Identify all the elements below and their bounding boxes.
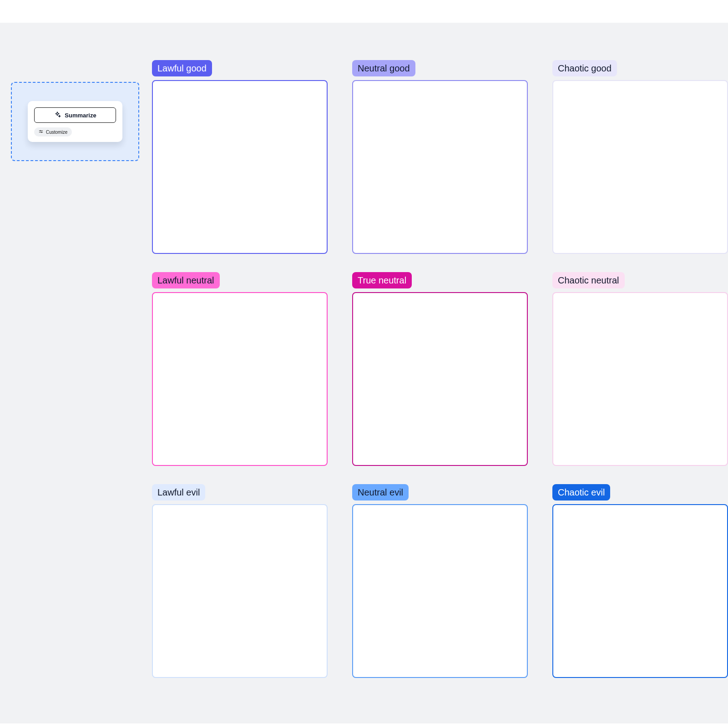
cell-lawful-evil: Lawful evil xyxy=(152,484,328,678)
sparkle-icon xyxy=(54,111,61,120)
dropzone-neutral-evil[interactable] xyxy=(352,504,528,678)
dropzone-lawful-neutral[interactable] xyxy=(152,292,328,466)
draggable-source-block[interactable]: Summarize Customize xyxy=(11,82,139,161)
cell-lawful-neutral: Lawful neutral xyxy=(152,272,328,466)
source-card: Summarize Customize xyxy=(28,101,122,142)
cell-label: Chaotic neutral xyxy=(552,272,625,288)
customize-pill-label: Customize xyxy=(46,130,67,135)
dropzone-lawful-good[interactable] xyxy=(152,80,328,254)
dropzone-lawful-evil[interactable] xyxy=(152,504,328,678)
cell-neutral-good: Neutral good xyxy=(352,60,528,254)
cell-label: Lawful evil xyxy=(152,484,205,500)
cell-label: Lawful neutral xyxy=(152,272,220,288)
canvas: Summarize Customize Lawful good xyxy=(0,23,728,723)
dropzone-neutral-good[interactable] xyxy=(352,80,528,254)
dropzone-chaotic-neutral[interactable] xyxy=(552,292,728,466)
customize-pill[interactable]: Customize xyxy=(34,127,72,136)
svg-point-3 xyxy=(41,132,42,133)
cell-true-neutral: True neutral xyxy=(352,272,528,466)
cell-chaotic-evil: Chaotic evil xyxy=(552,484,728,678)
cell-label: Neutral good xyxy=(352,60,415,76)
summarize-button[interactable]: Summarize xyxy=(34,107,116,123)
cell-label: Lawful good xyxy=(152,60,212,76)
cell-neutral-evil: Neutral evil xyxy=(352,484,528,678)
cell-label: Chaotic evil xyxy=(552,484,610,500)
summarize-button-label: Summarize xyxy=(65,112,96,119)
cell-label: True neutral xyxy=(352,272,412,288)
cell-chaotic-neutral: Chaotic neutral xyxy=(552,272,728,466)
alignment-grid: Lawful good Neutral good Chaotic good La… xyxy=(152,60,728,678)
cell-lawful-good: Lawful good xyxy=(152,60,328,254)
cell-chaotic-good: Chaotic good xyxy=(552,60,728,254)
dropzone-true-neutral[interactable] xyxy=(352,292,528,466)
sliders-icon xyxy=(39,129,43,135)
cell-label: Chaotic good xyxy=(552,60,617,76)
cell-label: Neutral evil xyxy=(352,484,409,500)
dropzone-chaotic-evil[interactable] xyxy=(552,504,728,678)
dropzone-chaotic-good[interactable] xyxy=(552,80,728,254)
svg-point-2 xyxy=(40,131,41,131)
